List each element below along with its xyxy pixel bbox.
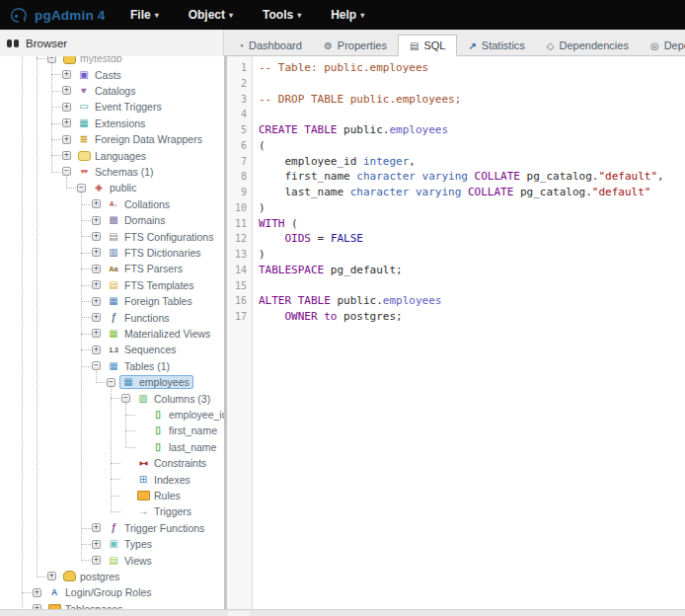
tree-node-content[interactable]: Sequences	[105, 343, 181, 356]
expand-toggle-icon[interactable]: +	[62, 135, 71, 144]
sql-editor[interactable]: 1234567891011121314151617 -- Table: publ…	[227, 56, 685, 609]
expand-toggle-icon[interactable]: +	[33, 588, 41, 597]
expand-toggle-icon[interactable]: +	[92, 523, 101, 532]
tab-statistics[interactable]: Statistics	[457, 35, 535, 56]
tree-node-event-triggers[interactable]: +Event Triggers	[0, 99, 224, 115]
tree-node-triggers[interactable]: Triggers	[0, 503, 224, 519]
tree-node-content[interactable]: FTS Configurations	[105, 230, 217, 244]
tab-dashboard[interactable]: Dashboard	[227, 35, 313, 56]
expand-toggle-icon[interactable]: +	[62, 151, 71, 160]
expand-toggle-icon[interactable]: +	[62, 70, 71, 79]
collapse-toggle-icon[interactable]: −	[47, 56, 56, 63]
tree-node-schemas-1[interactable]: −Schemas (1)	[0, 164, 224, 180]
scrollbar-thumb[interactable]	[228, 611, 250, 616]
tree-node-tables-1[interactable]: −Tables (1)	[0, 358, 224, 374]
tree-node-types[interactable]: +Types	[0, 536, 224, 552]
collapse-toggle-icon[interactable]: −	[121, 394, 130, 403]
tree-node-public[interactable]: −public	[0, 180, 224, 195]
tree-node-content[interactable]: FTS Dictionaries	[105, 246, 205, 260]
tree-node-content[interactable]: Domains	[105, 213, 169, 227]
tree-node-casts[interactable]: +Casts	[0, 66, 224, 82]
tree-node-constraints[interactable]: Constraints	[0, 455, 224, 471]
tree-node-fts-parsers[interactable]: +FTS Parsers	[0, 261, 224, 276]
tree-node-indexes[interactable]: Indexes	[0, 471, 224, 487]
expand-toggle-icon[interactable]: +	[92, 540, 101, 549]
tree-node-employees[interactable]: −employees	[0, 374, 224, 390]
tree-node-content[interactable]: postgres	[60, 570, 123, 583]
expand-toggle-icon[interactable]: +	[62, 118, 71, 127]
tree-node-content[interactable]: Extensions	[75, 116, 149, 130]
tree-node-content[interactable]: public	[90, 181, 140, 194]
tree-node-materialized-views[interactable]: +Materialized Views	[0, 326, 224, 342]
tree-node-content[interactable]: Tables (1)	[105, 359, 174, 373]
tree-node-content[interactable]: Schemas (1)	[75, 165, 158, 179]
tab-dependents[interactable]: Dependents	[640, 35, 685, 56]
expand-toggle-icon[interactable]: +	[62, 86, 71, 95]
menu-tools[interactable]: Tools▾	[263, 8, 301, 22]
tree-node-fts-configurations[interactable]: +FTS Configurations	[0, 228, 224, 244]
tree-node-content[interactable]: Foreign Data Wrappers	[75, 132, 206, 146]
tree-node-content[interactable]: FTS Parsers	[105, 262, 187, 275]
tree-node-catalogs[interactable]: +Catalogs	[0, 83, 224, 99]
expand-toggle-icon[interactable]: +	[92, 346, 101, 354]
tree-node-views[interactable]: +Views	[0, 552, 224, 568]
expand-toggle-icon[interactable]: +	[92, 216, 101, 225]
tree-node-content[interactable]: Constraints	[134, 456, 210, 470]
tree-node-content[interactable]: Event Triggers	[75, 100, 166, 114]
tree-node-languages[interactable]: +Languages	[0, 147, 224, 163]
tab-dependencies[interactable]: Dependencies	[536, 35, 640, 56]
tree-node-content[interactable]: Rules	[134, 489, 185, 502]
tree-node-first-name[interactable]: first_name	[0, 423, 224, 438]
expand-toggle-icon[interactable]: +	[92, 313, 101, 322]
tree-node-content[interactable]: Views	[105, 554, 156, 568]
horizontal-scrollbar[interactable]	[0, 609, 685, 616]
expand-toggle-icon[interactable]: +	[92, 248, 101, 257]
tree-node-login-group-roles[interactable]: +Login/Group Roles	[0, 584, 224, 600]
tree-node-functions[interactable]: +Functions	[0, 309, 224, 325]
tree-node-content[interactable]: Triggers	[134, 504, 195, 518]
tree-node-sequences[interactable]: +Sequences	[0, 342, 224, 357]
tree-node-employee-id[interactable]: employee_id	[0, 407, 224, 423]
tree-node-rules[interactable]: Rules	[0, 488, 224, 503]
tree-node-content[interactable]: Tablespaces	[45, 602, 126, 609]
tree-node-content[interactable]: Columns (3)	[134, 392, 214, 406]
expand-toggle-icon[interactable]: +	[47, 572, 56, 580]
expand-toggle-icon[interactable]: +	[92, 199, 101, 208]
collapse-toggle-icon[interactable]: −	[92, 361, 101, 370]
collapse-toggle-icon[interactable]: −	[107, 378, 115, 387]
tree-node-content[interactable]: Types	[105, 537, 156, 551]
tree-node-content[interactable]: Foreign Tables	[105, 294, 196, 308]
expand-toggle-icon[interactable]: +	[92, 265, 101, 273]
collapse-toggle-icon[interactable]: −	[77, 184, 86, 192]
sql-code-area[interactable]: -- Table: public.employees-- DROP TABLE …	[253, 56, 685, 609]
tree-node-content[interactable]: Collations	[105, 197, 174, 211]
expand-toggle-icon[interactable]: +	[92, 556, 101, 565]
tree-node-content[interactable]: Casts	[75, 68, 125, 82]
tree-node-content[interactable]: Indexes	[134, 473, 194, 487]
tree-node-content[interactable]: Functions	[105, 311, 174, 325]
expand-toggle-icon[interactable]: +	[92, 297, 101, 306]
tree-node-content[interactable]: Catalogs	[75, 84, 139, 98]
tree-node-content[interactable]: Login/Group Roles	[45, 585, 156, 599]
tree-node-content[interactable]: employees	[119, 375, 193, 389]
tree-node-last-name[interactable]: last_name	[0, 439, 224, 455]
expand-toggle-icon[interactable]: +	[62, 103, 71, 112]
tree-node-postgres[interactable]: +postgres	[0, 569, 224, 584]
tree-node-fts-dictionaries[interactable]: +FTS Dictionaries	[0, 245, 224, 261]
tree-node-content[interactable]: Materialized Views	[105, 327, 214, 341]
expand-toggle-icon[interactable]: +	[92, 280, 101, 289]
tree-node-content[interactable]: Trigger Functions	[105, 521, 208, 535]
tab-sql[interactable]: SQL	[398, 35, 457, 56]
menu-help[interactable]: Help▾	[331, 8, 364, 22]
tree-node-fts-templates[interactable]: +FTS Templates	[0, 277, 224, 293]
tree-node-domains[interactable]: +Domains	[0, 212, 224, 228]
tree-node-content[interactable]: last_name	[149, 440, 220, 454]
expand-toggle-icon[interactable]: +	[92, 329, 101, 338]
tree-node-content[interactable]: Languages	[75, 149, 150, 163]
tree-node-content[interactable]: mytestdb	[60, 56, 126, 65]
tree-node-collations[interactable]: +Collations	[0, 196, 224, 212]
tree-node-content[interactable]: first_name	[149, 424, 221, 437]
tab-properties[interactable]: Properties	[313, 35, 398, 56]
tree-node-trigger-functions[interactable]: +Trigger Functions	[0, 520, 224, 536]
tree-node-foreign-tables[interactable]: +Foreign Tables	[0, 293, 224, 309]
